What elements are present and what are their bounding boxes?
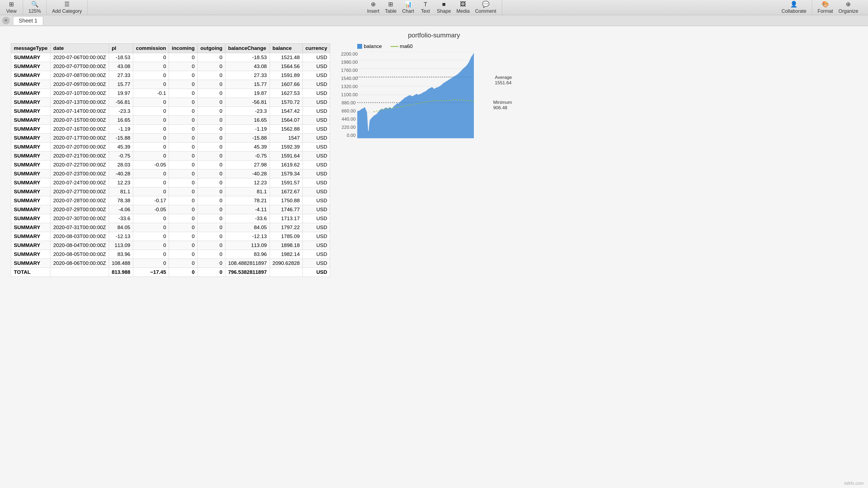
table-cell: USD	[303, 125, 330, 134]
format-label: Format	[817, 8, 833, 14]
table-row: SUMMARY2020-07-20T00:00:00Z45.3900045.39…	[11, 142, 330, 152]
table-cell: 2020-07-17T00:00:00Z	[51, 134, 109, 142]
table-cell: 78.21	[225, 196, 270, 205]
y-axis-label: 2200.00	[341, 52, 355, 57]
table-cell: -33.6	[109, 214, 133, 223]
view-icon: ⊞	[9, 1, 14, 8]
insert-button[interactable]: ⊕ Insert	[365, 0, 381, 15]
table-cell: 81.1	[225, 187, 270, 196]
table-row: SUMMARY2020-08-05T00:00:00Z83.9600083.96…	[11, 250, 330, 259]
shape-button[interactable]: ■ Shape	[435, 0, 453, 15]
table-wrapper: messageType date pl commission incoming …	[11, 43, 330, 277]
view-group: ⊞ View	[3, 0, 23, 15]
sheet-tab[interactable]: Sheet 1	[13, 16, 43, 25]
add-category-button[interactable]: ☰ Add Category	[50, 0, 84, 15]
table-cell: SUMMARY	[11, 62, 51, 71]
table-cell: 0	[169, 107, 197, 116]
toolbar: ⊞ View 🔍 125% ☰ Add Category ⊕ Insert ⊞ …	[0, 0, 868, 15]
y-axis-label: 220.00	[341, 125, 355, 130]
table-cell: USD	[303, 107, 330, 116]
table-cell: 0	[169, 214, 197, 223]
table-cell: USD	[303, 116, 330, 125]
media-label: Media	[457, 8, 470, 14]
table-row: SUMMARY2020-07-13T00:00:00Z-56.81000-56.…	[11, 98, 330, 107]
table-cell: 0	[169, 53, 197, 62]
media-button[interactable]: 🖼 Media	[454, 0, 472, 15]
table-cell: 83.96	[225, 250, 270, 259]
table-body: SUMMARY2020-07-06T00:00:00Z-18.53000-18.…	[11, 53, 330, 277]
y-axis-label: 1760.00	[341, 68, 355, 73]
table-cell: 27.33	[225, 71, 270, 80]
chart-button[interactable]: 📊 Chart	[400, 0, 416, 15]
main-area: portfolio-summary messageType date pl co…	[0, 26, 868, 488]
balance-legend-label: balance	[364, 43, 382, 50]
y-axis-label: 1980.00	[341, 60, 355, 65]
minimum-value: 906.48	[493, 105, 507, 110]
comment-label: Comment	[475, 8, 496, 14]
table-button[interactable]: ⊞ Table	[382, 0, 399, 15]
table-cell: 0	[169, 71, 197, 80]
ma60-color-line	[391, 46, 398, 47]
table-cell: 2020-07-24T00:00:00Z	[51, 178, 109, 187]
table-cell: 0	[197, 80, 225, 89]
table-cell: 1982.14	[270, 250, 303, 259]
table-cell: 2020-07-08T00:00:00Z	[51, 71, 109, 80]
add-category-label: Add Category	[52, 8, 82, 14]
table-cell: -33.6	[225, 214, 270, 223]
average-annotation: Average 1551.64	[495, 75, 512, 86]
total-cell: 813.988	[109, 268, 133, 277]
zoom-value: 125%	[29, 8, 41, 14]
table-cell: 1591.57	[270, 178, 303, 187]
table-cell: 43.08	[109, 62, 133, 71]
organize-button[interactable]: ⊕ Organize	[836, 0, 860, 15]
table-cell: USD	[303, 205, 330, 214]
table-cell: 43.08	[225, 62, 270, 71]
shape-label: Shape	[437, 8, 451, 14]
table-cell: SUMMARY	[11, 169, 51, 178]
table-cell: 0	[133, 152, 169, 161]
table-cell: -0.75	[225, 152, 270, 161]
table-cell: SUMMARY	[11, 134, 51, 142]
table-cell: 15.77	[225, 80, 270, 89]
table-cell: 1521.48	[270, 53, 303, 62]
table-cell: 0	[169, 116, 197, 125]
text-button[interactable]: T Text	[417, 0, 433, 15]
table-cell: 1627.53	[270, 89, 303, 98]
table-cell: 0	[197, 116, 225, 125]
table-cell: 0	[197, 187, 225, 196]
table-cell: 0	[169, 80, 197, 89]
table-cell: 2020-07-22T00:00:00Z	[51, 161, 109, 169]
table-cell: SUMMARY	[11, 152, 51, 161]
comment-button[interactable]: 💬 Comment	[473, 0, 499, 15]
table-cell: 0	[133, 134, 169, 142]
table-cell: SUMMARY	[11, 178, 51, 187]
table-cell: USD	[303, 259, 330, 268]
table-cell: 1746.77	[270, 205, 303, 214]
view-button[interactable]: ⊞ View	[3, 0, 20, 15]
table-row: SUMMARY2020-07-23T00:00:00Z-40.28000-40.…	[11, 169, 330, 178]
table-row: SUMMARY2020-07-28T00:00:00Z78.38-0.17007…	[11, 196, 330, 205]
table-cell: 27.33	[109, 71, 133, 80]
table-cell: SUMMARY	[11, 196, 51, 205]
organize-label: Organize	[838, 8, 858, 14]
view-label: View	[6, 8, 17, 14]
table-cell: -40.28	[109, 169, 133, 178]
table-cell: 0	[169, 62, 197, 71]
table-cell: SUMMARY	[11, 187, 51, 196]
ma60-legend-label: ma60	[400, 43, 413, 50]
table-cell: 1591.89	[270, 71, 303, 80]
table-cell: 0	[197, 241, 225, 250]
zoom-button[interactable]: 🔍 125%	[26, 0, 43, 15]
format-button[interactable]: 🎨 Format	[815, 0, 835, 15]
add-sheet-button[interactable]: +	[2, 17, 10, 24]
table-cell: 0	[169, 169, 197, 178]
table-cell: -12.13	[225, 232, 270, 241]
table-cell: 113.09	[109, 241, 133, 250]
table-cell: -23.3	[109, 107, 133, 116]
collaborate-button[interactable]: 👤 Collaborate	[779, 0, 809, 15]
table-cell: -15.88	[109, 134, 133, 142]
table-cell: 2020-08-06T00:00:00Z	[51, 259, 109, 268]
table-cell: USD	[303, 178, 330, 187]
total-cell	[270, 268, 303, 277]
table-cell: -0.1	[133, 89, 169, 98]
